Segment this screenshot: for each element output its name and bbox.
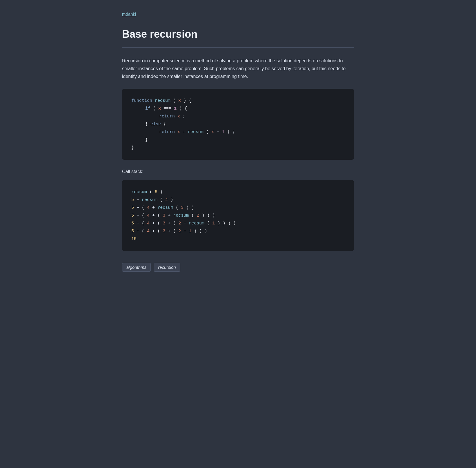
cs-line-2: 5 + recsum ( 4 ): [131, 196, 345, 204]
code-line-4: } else {: [131, 120, 345, 128]
page-container: mdanki Base recursion Recursion in compu…: [116, 0, 360, 468]
tag-algorithms[interactable]: algorithms: [122, 263, 151, 272]
keyword-return-1: return: [159, 114, 175, 119]
cs-line-1: recsum ( 5 ): [131, 188, 345, 196]
tag-recursion[interactable]: recursion: [154, 263, 180, 272]
code-line-1: function recsum ( x ) {: [131, 97, 345, 105]
cs-line-6: 5 + ( 4 + ( 3 + ( 2 + 1 ) ) ): [131, 227, 345, 235]
keyword-return-2: return: [159, 130, 175, 135]
cs-line-3: 5 + ( 4 + recsum ( 3 ) ): [131, 204, 345, 212]
code-line-2: if ( x === 1 ) {: [131, 105, 345, 113]
keyword-function: function: [131, 98, 152, 103]
breadcrumb-link[interactable]: mdanki: [122, 12, 136, 17]
code-block-function: function recsum ( x ) { if ( x === 1 ) {…: [122, 89, 354, 160]
code-line-6: }: [131, 136, 345, 144]
code-line-5: return x + recsum ( x − 1 ) ;: [131, 128, 345, 136]
tags-container: algorithms recursion: [122, 263, 354, 272]
call-stack-label: Call stack:: [122, 169, 354, 174]
cs-line-4: 5 + ( 4 + ( 3 + recsum ( 2 ) ) ): [131, 212, 345, 220]
page-title: Base recursion: [122, 28, 354, 40]
divider: [122, 47, 354, 48]
fn-recsum: recsum: [155, 98, 170, 103]
cs-line-5: 5 + ( 4 + ( 3 + ( 2 + recsum ( 1 ) ) ) ): [131, 220, 345, 227]
keyword-else: else: [150, 122, 161, 127]
description-text: Recursion in computer science is a metho…: [122, 57, 354, 81]
keyword-if: if: [145, 106, 150, 111]
code-block-callstack: recsum ( 5 ) 5 + recsum ( 4 ) 5 + ( 4 + …: [122, 180, 354, 251]
code-line-3: return x ;: [131, 113, 345, 120]
cs-line-7: 15: [131, 235, 345, 243]
code-line-7: }: [131, 144, 345, 152]
